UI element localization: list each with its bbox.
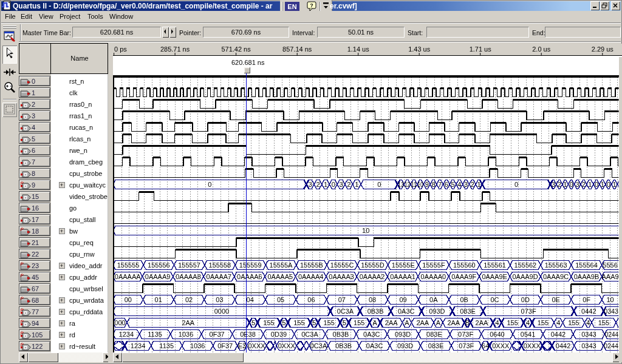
svg-text:5: 5 (312, 319, 316, 326)
svg-text:0: 0 (332, 181, 335, 188)
svg-text:0AAAA4: 0AAAA4 (298, 273, 324, 280)
svg-text:7: 7 (438, 181, 442, 188)
svg-text:1: 1 (324, 181, 327, 188)
svg-text:07: 07 (338, 296, 346, 303)
svg-text:15555F: 15555F (422, 261, 445, 269)
svg-text:2AA: 2AA (416, 319, 429, 326)
svg-text:08: 08 (369, 296, 376, 303)
svg-text:3: 3 (464, 181, 468, 188)
svg-text:0244: 0244 (604, 342, 618, 349)
svg-text:0442: 0442 (556, 342, 570, 349)
svg-text:155562: 155562 (514, 261, 537, 269)
svg-text:2: 2 (347, 181, 350, 188)
svg-text:2AA: 2AA (182, 319, 194, 326)
svg-text:8: 8 (431, 181, 435, 188)
svg-text:4: 4 (457, 181, 461, 188)
svg-text:04: 04 (247, 296, 254, 303)
svg-text:155: 155 (598, 319, 609, 326)
svg-text:0541: 0541 (521, 331, 535, 338)
svg-text:0A3C: 0A3C (363, 331, 380, 338)
svg-text:0: 0 (607, 181, 610, 188)
svg-text:155: 155 (293, 319, 304, 326)
svg-text:083E: 083E (426, 331, 442, 338)
svg-text:4: 4 (526, 319, 530, 326)
svg-text:0000: 0000 (214, 308, 229, 315)
svg-text:1234: 1234 (131, 342, 145, 349)
svg-text:0AAA9E: 0AAA9E (482, 273, 507, 280)
svg-text:0AAAA5: 0AAAA5 (268, 273, 293, 280)
svg-text:0AAAA1: 0AAAA1 (390, 273, 415, 280)
svg-text:A: A (405, 319, 409, 326)
svg-text:03: 03 (216, 296, 223, 303)
svg-text:15555B: 15555B (300, 261, 323, 269)
svg-text:0B3B: 0B3B (333, 331, 349, 338)
svg-text:1135: 1135 (148, 331, 162, 338)
svg-text:155: 155 (354, 319, 364, 326)
svg-text:0F37: 0F37 (210, 331, 225, 338)
svg-text:A: A (373, 319, 378, 326)
svg-text:000: 000 (114, 319, 125, 326)
svg-text:01: 01 (155, 296, 162, 303)
svg-text:0AAA9F: 0AAA9F (451, 273, 476, 280)
svg-text:155: 155 (568, 319, 579, 326)
svg-text:2AA: 2AA (476, 319, 488, 326)
svg-text:0A3C: 0A3C (398, 308, 415, 315)
svg-text:5556: 5556 (603, 261, 617, 269)
svg-text:0442: 0442 (551, 331, 566, 338)
svg-text:02: 02 (185, 296, 193, 303)
svg-text:155564: 155564 (575, 261, 598, 269)
svg-text:0343: 0343 (581, 342, 596, 349)
svg-text:1234: 1234 (119, 331, 134, 338)
svg-text:12: 12 (405, 181, 411, 188)
svg-text:0C: 0C (490, 296, 499, 303)
svg-text:2: 2 (316, 181, 320, 188)
svg-text:0F: 0F (583, 296, 590, 303)
svg-text:155557: 155557 (178, 261, 200, 269)
svg-text:0AAAA8: 0AAAA8 (176, 273, 201, 280)
svg-text:1: 1 (564, 181, 567, 188)
svg-text:073F: 073F (458, 331, 473, 338)
svg-text:9: 9 (425, 181, 429, 188)
svg-text:155: 155 (507, 319, 518, 326)
svg-text:5: 5 (343, 319, 346, 326)
svg-text:0XXX: 0XXX (248, 342, 265, 349)
svg-text:06: 06 (307, 296, 315, 303)
svg-text:1036: 1036 (179, 331, 193, 338)
svg-text:0AAAA7: 0AAAA7 (207, 273, 232, 280)
svg-text:10: 10 (362, 227, 369, 234)
svg-text:0XXX: 0XXX (492, 342, 510, 349)
svg-text:1: 1 (588, 181, 592, 188)
svg-text:15555D: 15555D (361, 261, 384, 269)
svg-text:1: 1 (477, 181, 480, 188)
svg-text:0B3B: 0B3B (367, 308, 384, 315)
svg-text:0B3B: 0B3B (335, 342, 352, 349)
svg-text:13: 13 (398, 181, 404, 188)
svg-text:0AAAA3: 0AAAA3 (329, 273, 354, 280)
svg-text:0XXX: 0XXX (278, 342, 296, 349)
svg-text:0E: 0E (552, 296, 559, 303)
svg-text:0: 0 (208, 181, 211, 188)
svg-text:11: 11 (411, 181, 417, 188)
svg-text:0244: 0244 (605, 331, 618, 338)
svg-text:0: 0 (595, 181, 598, 188)
svg-text:0640: 0640 (490, 331, 504, 338)
svg-text:0XXX: 0XXX (524, 342, 541, 349)
svg-text:0343: 0343 (604, 308, 618, 315)
svg-text:155556: 155556 (148, 261, 170, 269)
svg-text:155555: 155555 (117, 261, 140, 269)
svg-text:0AAAA9: 0AAAA9 (145, 273, 171, 280)
svg-text:15555C: 15555C (330, 261, 354, 269)
svg-text:B: B (465, 319, 470, 326)
svg-text:0AAAA2: 0AAAA2 (360, 273, 385, 280)
svg-text:0: 0 (377, 181, 381, 188)
svg-text:2: 2 (558, 181, 561, 188)
svg-text:3: 3 (576, 181, 579, 188)
svg-text:073F: 073F (521, 308, 536, 315)
svg-text:0AAA9D: 0AAA9D (512, 273, 538, 280)
svg-text:0343: 0343 (581, 331, 596, 338)
svg-text:2: 2 (582, 181, 586, 188)
svg-text:4: 4 (556, 319, 560, 326)
svg-text:10: 10 (417, 181, 423, 188)
svg-text:155558: 155558 (209, 261, 231, 269)
svg-text:0AAAA0: 0AAAA0 (421, 273, 446, 280)
